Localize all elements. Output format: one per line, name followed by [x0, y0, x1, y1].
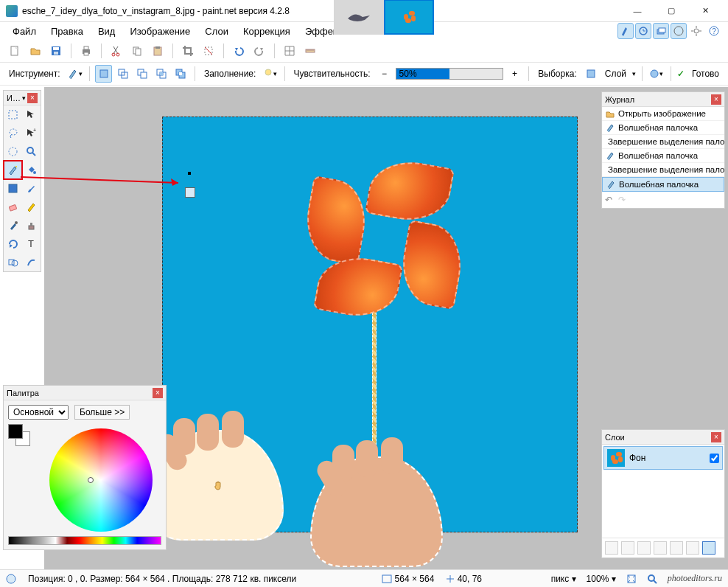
save-button[interactable]: [47, 42, 65, 60]
ruler-button[interactable]: [301, 42, 319, 60]
selection-handle[interactable]: [188, 172, 191, 175]
layer-add-button[interactable]: [605, 541, 618, 555]
doc-thumb-2[interactable]: [384, 0, 434, 35]
history-close[interactable]: ×: [711, 94, 721, 105]
sampling-icon[interactable]: [583, 65, 599, 83]
status-units[interactable]: пикс ▾: [551, 574, 576, 584]
contiguous-button[interactable]: ▾: [648, 65, 665, 83]
redo-button[interactable]: [251, 42, 268, 60]
tool-shapes[interactable]: [4, 253, 22, 271]
paste-button[interactable]: [149, 42, 167, 60]
help-icon[interactable]: ?: [706, 23, 722, 39]
tolerance-slider[interactable]: 50%: [396, 68, 504, 80]
fill-dropdown[interactable]: ▾: [262, 65, 278, 83]
tool-gradient[interactable]: [4, 179, 22, 198]
tool-eyedropper[interactable]: [4, 216, 22, 235]
layers-close[interactable]: ×: [711, 432, 721, 442]
crop-button[interactable]: [179, 42, 197, 60]
status-zoom[interactable]: 100% ▾: [587, 574, 616, 584]
print-button[interactable]: [77, 42, 95, 60]
tolerance-minus[interactable]: −: [377, 65, 393, 83]
panel-toggle-colors[interactable]: [671, 23, 687, 39]
selmode-xor[interactable]: [172, 65, 189, 83]
tool-ellipse-select[interactable]: [4, 142, 22, 161]
sampling-value[interactable]: Слой: [605, 69, 626, 79]
palette-more-button[interactable]: Больше >>: [74, 405, 130, 420]
history-redo-icon[interactable]: ↷: [618, 195, 626, 205]
color-ramp[interactable]: [8, 536, 161, 545]
tool-move-pixels[interactable]: +: [22, 124, 41, 142]
menu-layers[interactable]: Слои: [198, 24, 235, 39]
foreground-color[interactable]: [8, 424, 23, 439]
layers-header[interactable]: Слои ×: [602, 430, 724, 445]
tool-line[interactable]: [22, 253, 41, 271]
selmode-replace[interactable]: [95, 65, 111, 83]
layers-footer: [602, 538, 724, 558]
panel-toggle-history[interactable]: [635, 23, 651, 39]
history-undo-icon[interactable]: ↶: [605, 195, 612, 205]
history-item[interactable]: Волшебная палочка: [602, 121, 724, 135]
fit-screen-icon[interactable]: [626, 574, 637, 584]
layer-props-button[interactable]: [702, 541, 715, 555]
layer-delete-button[interactable]: [621, 541, 634, 555]
menu-file[interactable]: Файл: [6, 24, 43, 39]
menu-adjust[interactable]: Коррекция: [237, 24, 297, 39]
done-button[interactable]: Готово: [692, 69, 719, 79]
color-swatches[interactable]: [8, 424, 35, 446]
selmode-add[interactable]: [115, 65, 131, 83]
layer-up-button[interactable]: [670, 541, 683, 555]
menu-image[interactable]: Изображение: [123, 24, 197, 39]
tools-panel-header[interactable]: И… ▾ ×: [4, 91, 41, 105]
layer-duplicate-button[interactable]: [637, 541, 651, 555]
instrument-dropdown[interactable]: ▾: [66, 65, 83, 83]
open-file-button[interactable]: [27, 42, 44, 60]
grid-button[interactable]: [281, 42, 298, 60]
tool-fill[interactable]: [22, 161, 41, 179]
zoom-icon[interactable]: [647, 574, 657, 584]
selmode-intersect[interactable]: [153, 65, 169, 83]
tool-pencil[interactable]: [22, 198, 41, 216]
tool-eraser[interactable]: [4, 198, 22, 216]
new-file-button[interactable]: [6, 42, 24, 60]
history-item[interactable]: Завершение выделения палочкой: [602, 163, 724, 177]
panel-toggle-tools[interactable]: [617, 23, 634, 39]
menu-edit[interactable]: Правка: [44, 24, 90, 39]
tool-magic-wand[interactable]: [4, 161, 22, 179]
history-item[interactable]: Волшебная палочка: [602, 177, 724, 192]
history-header[interactable]: Журнал ×: [602, 92, 724, 107]
layer-down-button[interactable]: [686, 541, 699, 555]
move-handle-icon[interactable]: [185, 187, 195, 198]
color-wheel[interactable]: [49, 428, 153, 532]
color-mode-select[interactable]: Основной: [8, 405, 69, 420]
history-item[interactable]: Открыть изображение: [602, 107, 724, 121]
tool-lasso[interactable]: [4, 124, 22, 142]
deselect-button[interactable]: [200, 42, 217, 60]
layer-visible-checkbox[interactable]: [710, 454, 719, 463]
close-button[interactable]: ✕: [688, 0, 722, 22]
settings-icon[interactable]: [688, 23, 704, 39]
tool-clone[interactable]: [22, 216, 41, 235]
menu-view[interactable]: Вид: [91, 24, 122, 39]
cut-button[interactable]: [108, 42, 125, 60]
tools-panel-close[interactable]: ×: [27, 93, 38, 103]
tool-move-selection[interactable]: [22, 105, 41, 124]
copy-button[interactable]: [128, 42, 146, 60]
selmode-subtract[interactable]: [134, 65, 150, 83]
tool-text[interactable]: T: [22, 235, 41, 253]
maximize-button[interactable]: ▢: [654, 0, 688, 22]
history-item[interactable]: Завершение выделения палочкой: [602, 135, 724, 149]
tool-brush[interactable]: [22, 179, 41, 198]
tool-rect-select[interactable]: [4, 105, 22, 124]
layer-row[interactable]: Фон: [603, 446, 723, 470]
minimize-button[interactable]: —: [620, 0, 654, 22]
tolerance-plus[interactable]: +: [506, 65, 522, 83]
tool-zoom[interactable]: [22, 142, 41, 161]
undo-button[interactable]: [230, 42, 248, 60]
palette-header[interactable]: Палитра ×: [4, 386, 166, 400]
layer-merge-button[interactable]: [654, 541, 667, 555]
doc-thumb-1[interactable]: [334, 0, 384, 35]
panel-toggle-layers[interactable]: [653, 23, 669, 39]
history-item[interactable]: Волшебная палочка: [602, 149, 724, 163]
tool-recolor[interactable]: [4, 235, 22, 253]
palette-close[interactable]: ×: [153, 388, 163, 398]
